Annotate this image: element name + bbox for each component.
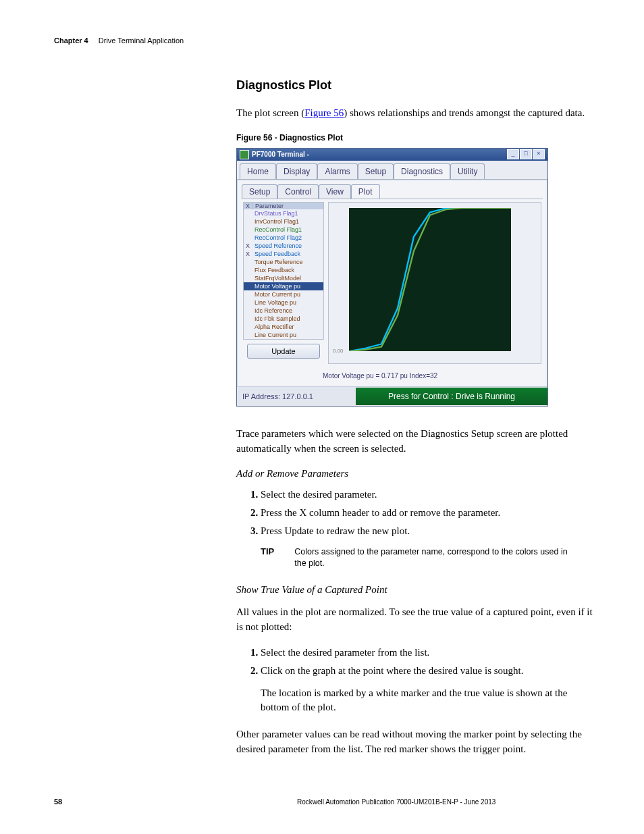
chapter-number: Chapter 4 [54,36,88,45]
parameter-name-cell[interactable]: Alpha Rectifier [252,323,323,331]
parameter-row[interactable]: Line Voltage pu [244,298,323,307]
parameter-name-cell[interactable]: Torque Reference [252,258,323,266]
parameter-row[interactable]: StatFrqVoltModel [244,274,323,282]
parameter-row[interactable]: Flux Feedback [244,266,323,274]
subsection-true-value: Show True Value of a Captured Point [236,584,595,596]
parameter-x-cell[interactable] [244,315,252,323]
subtab-view[interactable]: View [319,184,351,199]
parameter-list[interactable]: X Parameter DrvStatus Flag1InvControl Fl… [243,202,324,340]
figure-caption: Figure 56 - Diagnostics Plot [236,133,595,142]
close-icon[interactable]: × [533,149,545,159]
parameter-row[interactable]: Motor Current pu [244,290,323,298]
running-header: Chapter 4 Drive Terminal Application [54,36,595,45]
intro-post: ) shows relationships and trends amongst… [344,107,585,118]
parameter-x-cell[interactable] [244,266,252,274]
plot-panel[interactable]: 0.00 [328,202,541,364]
tip-text: Colors assigned to the parameter name, c… [294,546,578,569]
parameter-name-cell[interactable]: RecControl Flag1 [252,226,323,234]
parameter-name-cell[interactable]: RecControl Flag2 [252,234,323,242]
subtab-plot[interactable]: Plot [351,184,380,199]
parameter-x-cell[interactable] [244,290,252,298]
parameter-x-cell[interactable] [244,217,252,226]
parameter-name-cell[interactable]: Speed Reference [252,242,323,250]
update-button[interactable]: Update [247,344,320,359]
parameter-name-cell[interactable]: DrvStatus Flag1 [252,209,323,217]
parameter-name-cell[interactable]: InvControl Flag1 [252,217,323,226]
subtab-setup[interactable]: Setup [242,184,277,199]
parameter-row[interactable]: Motor Voltage pu [244,282,323,290]
figure-link[interactable]: Figure 56 [304,107,344,118]
ip-address: IP Address: 127.0.0.1 [237,387,356,406]
sub-tab-bar: Setup Control View Plot [242,184,543,199]
minimize-icon[interactable]: _ [507,149,519,159]
trace-speed-reference [349,208,511,351]
list-item: Click on the graph at the point where th… [261,665,595,677]
parameter-name-cell[interactable]: Flux Feedback [252,266,323,274]
parameter-row[interactable]: Line Current pu [244,331,323,339]
parameter-row[interactable]: Torque Reference [244,258,323,266]
tip-block: TIP Colors assigned to the parameter nam… [261,546,595,569]
publication-info: Rockwell Automation Publication 7000-UM2… [297,798,495,806]
follow-text: The location is marked by a white marker… [261,686,595,716]
body-paragraph-3: All values in the plot are normalized. T… [236,605,595,635]
column-x-header[interactable]: X [244,203,252,209]
parameter-name-cell[interactable]: Idc Fbk Sampled [252,315,323,323]
tip-label: TIP [261,546,274,569]
parameter-x-cell[interactable]: X [244,242,252,250]
parameter-row[interactable]: RecControl Flag1 [244,226,323,234]
list-item: Press Update to redraw the new plot. [261,525,595,537]
tab-diagnostics[interactable]: Diagnostics [394,163,450,179]
y-axis-min-label: 0.00 [333,348,344,354]
intro-paragraph: The plot screen (Figure 56) shows relati… [236,106,595,121]
subsection-add-remove: Add or Remove Parameters [236,468,595,479]
subtab-control[interactable]: Control [277,184,319,199]
section-title: Diagnostics Plot [236,78,595,93]
tab-utility[interactable]: Utility [450,163,485,179]
plot-area[interactable] [349,208,511,351]
parameter-header[interactable]: X Parameter [244,203,323,209]
parameter-name-cell[interactable]: Speed Feedback [252,250,323,258]
parameter-name-cell[interactable]: StatFrqVoltModel [252,274,323,282]
parameter-x-cell[interactable] [244,234,252,242]
parameter-row[interactable]: XSpeed Reference [244,242,323,250]
list-item: Select the desired parameter. [261,489,595,500]
trace-speed-feedback [349,208,511,351]
status-bar[interactable]: Press for Control : Drive is Running [356,388,547,405]
parameter-x-cell[interactable] [244,307,252,315]
parameter-row[interactable]: RecControl Flag2 [244,234,323,242]
parameter-name-cell[interactable]: Motor Voltage pu [252,282,323,290]
parameter-row[interactable]: XSpeed Feedback [244,250,323,258]
tab-alarms[interactable]: Alarms [317,163,357,179]
parameter-name-cell[interactable]: Motor Current pu [252,290,323,298]
app-window: PF7000 Terminal - _□× Home Display Alarm… [236,148,548,407]
parameter-x-cell[interactable] [244,331,252,339]
steps-add-remove: Select the desired parameter. Press the … [236,489,595,537]
parameter-row[interactable]: InvControl Flag1 [244,217,323,226]
tab-home[interactable]: Home [240,163,276,179]
parameter-row[interactable]: Idc Reference [244,307,323,315]
window-buttons: _□× [506,149,545,159]
parameter-name-cell[interactable]: Line Current pu [252,331,323,339]
parameter-row[interactable]: DrvStatus Flag1 [244,209,323,217]
parameter-name-cell[interactable]: Idc Reference [252,307,323,315]
steps-true-value: Select the desired parameter from the li… [236,647,595,677]
parameter-x-cell[interactable] [244,226,252,234]
parameter-name-cell[interactable]: Line Voltage pu [252,298,323,307]
parameter-x-cell[interactable]: X [244,250,252,258]
page-footer: 58 Rockwell Automation Publication 7000-… [54,798,595,806]
tab-setup[interactable]: Setup [358,163,394,179]
maximize-icon[interactable]: □ [520,149,532,159]
parameter-x-cell[interactable] [244,282,252,290]
parameter-row[interactable]: Idc Fbk Sampled [244,315,323,323]
parameter-row[interactable]: Alpha Rectifier [244,323,323,331]
body-paragraph-4: Other parameter values can be read witho… [236,727,595,757]
parameter-x-cell[interactable] [244,298,252,307]
main-tab-bar: Home Display Alarms Setup Diagnostics Ut… [237,161,547,180]
parameter-x-cell[interactable] [244,274,252,282]
window-titlebar: PF7000 Terminal - _□× [237,149,547,161]
parameter-x-cell[interactable] [244,209,252,217]
list-item: Press the X column header to add or remo… [261,507,595,519]
parameter-x-cell[interactable] [244,258,252,266]
tab-display[interactable]: Display [276,163,317,179]
parameter-x-cell[interactable] [244,323,252,331]
